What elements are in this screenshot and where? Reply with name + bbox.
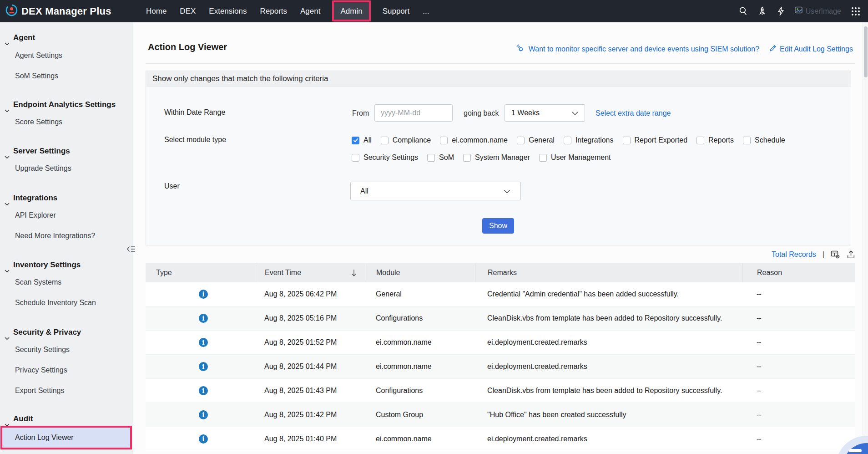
- brand[interactable]: DEX Manager Plus: [5, 0, 111, 22]
- nav-item-reports[interactable]: Reports: [260, 0, 288, 22]
- checkbox-icon: [696, 137, 704, 144]
- checkbox-icon: [352, 154, 359, 162]
- nav-item-agent[interactable]: Agent: [300, 0, 320, 22]
- sidebar-section-endpoint-analytics[interactable]: Endpoint Analytics Settings: [0, 98, 133, 112]
- sidebar-item-export-settings[interactable]: Export Settings: [0, 384, 133, 398]
- select-extra-date-range-link[interactable]: Select extra date range: [595, 109, 671, 117]
- checkbox-label: Security Settings: [363, 153, 418, 162]
- search-icon[interactable]: [738, 6, 748, 16]
- rocket-icon[interactable]: [757, 6, 767, 16]
- lightning-icon[interactable]: [777, 6, 785, 16]
- column-header-module[interactable]: Module: [367, 263, 475, 282]
- module-checkbox-report-exported[interactable]: Report Exported: [623, 136, 688, 144]
- date-range-label: Within Date Range: [164, 108, 225, 117]
- column-header-reason[interactable]: Reason: [742, 263, 855, 282]
- nav-item-more[interactable]: ...: [423, 0, 429, 22]
- module-checkbox-all[interactable]: All: [352, 136, 372, 144]
- sidebar-section-inventory-settings[interactable]: Inventory Settings: [0, 258, 133, 272]
- column-header-remarks[interactable]: Remarks: [475, 263, 742, 282]
- sidebar-section-server-settings[interactable]: Server Settings: [0, 144, 133, 158]
- sidebar-item-privacy-settings[interactable]: Privacy Settings: [0, 363, 133, 377]
- apps-grid-icon[interactable]: [851, 6, 861, 16]
- module-checkbox-reports[interactable]: Reports: [696, 136, 734, 144]
- sidebar-section-security-privacy[interactable]: Security & Privacy: [0, 326, 133, 339]
- sidebar-item-score-settings[interactable]: Score Settings: [0, 115, 133, 129]
- table-row[interactable]: i Aug 8, 2025 01:42 PM Custom Group "Hub…: [146, 403, 855, 427]
- total-records-link[interactable]: Total Records: [772, 250, 816, 259]
- module-checkbox-integrations[interactable]: Integrations: [564, 136, 614, 144]
- sidebar-item-agent-settings[interactable]: Agent Settings: [0, 49, 133, 62]
- show-button[interactable]: Show: [482, 218, 514, 234]
- filter-panel-title: Show only changes that match the followi…: [146, 71, 851, 87]
- column-header-type[interactable]: Type: [146, 263, 255, 282]
- vertical-scrollbar[interactable]: [863, 22, 868, 454]
- going-back-select[interactable]: 1 Weeks: [505, 104, 585, 122]
- nav-item-admin[interactable]: Admin: [333, 0, 369, 22]
- sidebar-item-schedule-inventory-scan[interactable]: Schedule Inventory Scan: [0, 296, 133, 310]
- checkbox-icon: [463, 154, 471, 162]
- module-checkbox-compliance[interactable]: Compliance: [381, 136, 431, 144]
- from-date-input[interactable]: [374, 104, 453, 122]
- module-checkbox-schedule[interactable]: Schedule: [743, 136, 785, 144]
- module-checkbox-som[interactable]: SoM: [427, 153, 454, 162]
- siem-link[interactable]: Want to monitor specific server and devi…: [515, 44, 759, 55]
- sidebar-section-integrations[interactable]: Integrations: [0, 191, 133, 205]
- scrollbar-thumb[interactable]: [864, 26, 868, 77]
- table-row[interactable]: i Aug 8, 2025 01:40 PM ei.common.name ei…: [146, 427, 855, 451]
- info-icon[interactable]: i: [199, 386, 208, 395]
- sidebar-item-need-more-integrations[interactable]: Need More Integrations?: [0, 229, 133, 243]
- checkbox-icon: [539, 154, 547, 162]
- info-icon[interactable]: i: [199, 434, 208, 444]
- nav-item-extensions[interactable]: Extensions: [209, 0, 247, 22]
- checkbox-icon: [564, 137, 571, 144]
- nav-item-home[interactable]: Home: [146, 0, 167, 22]
- sidebar-item-som-settings[interactable]: SoM Settings: [0, 69, 133, 83]
- info-icon[interactable]: i: [199, 314, 208, 323]
- table-row[interactable]: i Aug 8, 2025 01:52 PM ei.common.name ei…: [146, 331, 855, 355]
- going-back-value: 1 Weeks: [511, 109, 540, 117]
- checkbox-label: Integrations: [575, 136, 614, 144]
- table-row[interactable]: i Aug 8, 2025 01:44 PM ei.common.name ei…: [146, 355, 855, 379]
- table-row[interactable]: i Aug 8, 2025 01:43 PM Configurations Cl…: [146, 379, 855, 403]
- header-links: Want to monitor specific server and devi…: [515, 44, 853, 55]
- sidebar-item-upgrade-settings[interactable]: Upgrade Settings: [0, 162, 133, 175]
- sidebar-item-api-explorer[interactable]: API Explorer: [0, 209, 133, 222]
- table-row[interactable]: i Aug 8, 2025 06:42 PM General Credentia…: [146, 282, 855, 306]
- reason-cell: --: [742, 435, 855, 443]
- type-cell: i: [146, 410, 255, 419]
- module-checkbox-general[interactable]: General: [517, 136, 555, 144]
- sidebar-item-security-settings[interactable]: Security Settings: [0, 343, 133, 357]
- module-cell: Custom Group: [367, 411, 475, 419]
- checkbox-icon: [743, 137, 751, 144]
- info-icon[interactable]: i: [199, 290, 208, 299]
- checkbox-checked-icon: [352, 137, 359, 144]
- table-row[interactable]: i Aug 8, 2025 05:16 PM Configurations Cl…: [146, 306, 855, 331]
- module-checkbox-system-manager[interactable]: System Manager: [463, 153, 530, 162]
- module-checkbox-ei-common-name[interactable]: ei.common.name: [440, 136, 508, 144]
- checkbox-label: Reports: [708, 136, 734, 144]
- column-settings-icon[interactable]: [831, 250, 840, 259]
- module-checkbox-user-management[interactable]: User Management: [539, 153, 611, 162]
- column-header-event-time[interactable]: Event Time: [255, 263, 367, 282]
- separator: |: [823, 250, 824, 259]
- info-icon[interactable]: i: [199, 338, 208, 347]
- module-checkbox-security-settings[interactable]: Security Settings: [352, 153, 418, 162]
- sort-descending-icon[interactable]: [351, 269, 357, 277]
- sidebar-section-audit[interactable]: Audit: [0, 412, 133, 426]
- nav-item-dex[interactable]: DEX: [180, 0, 196, 22]
- info-icon[interactable]: i: [199, 362, 208, 371]
- nav-item-support[interactable]: Support: [383, 0, 410, 22]
- sidebar-item-scan-systems[interactable]: Scan Systems: [0, 275, 133, 289]
- user-select[interactable]: All: [350, 182, 521, 200]
- filter-panel: Show only changes that match the followi…: [146, 71, 851, 245]
- siem-monitor-icon: [515, 44, 525, 55]
- sidebar-collapse-icon[interactable]: [126, 244, 136, 254]
- user-avatar[interactable]: UserImage: [795, 6, 841, 16]
- info-icon[interactable]: i: [199, 410, 208, 419]
- checkbox-label: ei.common.name: [452, 136, 508, 144]
- sidebar-section-agent[interactable]: Agent: [0, 31, 133, 45]
- checkbox-label: Report Exported: [635, 136, 688, 144]
- export-icon[interactable]: [847, 250, 855, 259]
- sidebar-item-action-log-viewer[interactable]: Action Log Viewer: [0, 427, 131, 448]
- edit-audit-log-settings-link[interactable]: Edit Audit Log Settings: [769, 45, 853, 54]
